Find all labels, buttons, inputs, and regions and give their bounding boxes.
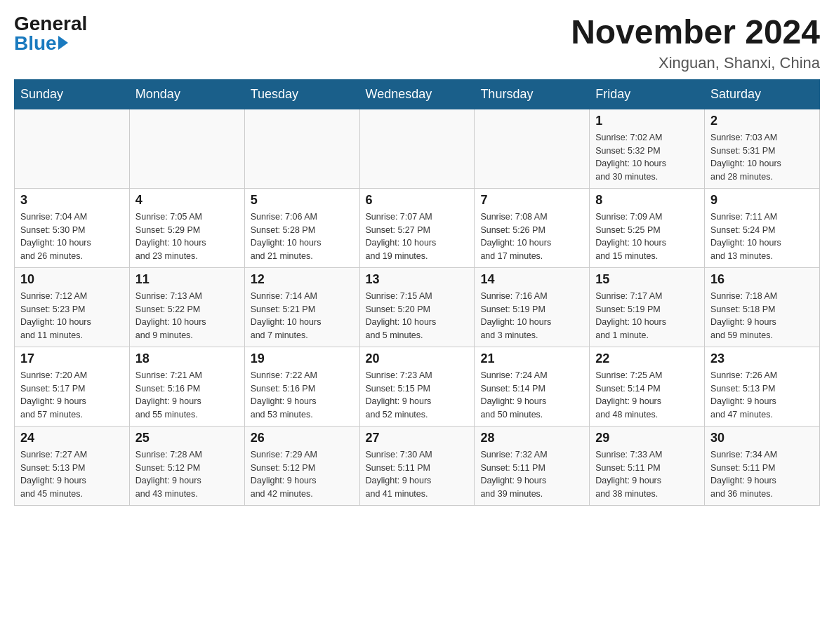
- logo-general-text: General: [14, 14, 87, 34]
- day-number: 9: [710, 193, 814, 208]
- calendar-cell: 3Sunrise: 7:04 AMSunset: 5:30 PMDaylight…: [15, 188, 130, 267]
- calendar-cell: 4Sunrise: 7:05 AMSunset: 5:29 PMDaylight…: [129, 188, 244, 267]
- day-number: 11: [135, 272, 239, 287]
- day-info: Sunrise: 7:15 AMSunset: 5:20 PMDaylight:…: [366, 290, 469, 342]
- day-number: 19: [251, 351, 354, 366]
- calendar-cell: 9Sunrise: 7:11 AMSunset: 5:24 PMDaylight…: [705, 188, 820, 267]
- logo: General Blue: [14, 14, 87, 53]
- day-info: Sunrise: 7:25 AMSunset: 5:14 PMDaylight:…: [595, 369, 699, 422]
- weekday-header-sunday: Sunday: [15, 79, 130, 109]
- logo-triangle-icon: [58, 36, 68, 50]
- day-number: 21: [480, 351, 583, 366]
- day-info: Sunrise: 7:23 AMSunset: 5:15 PMDaylight:…: [366, 369, 469, 422]
- day-number: 20: [366, 351, 469, 366]
- day-number: 8: [595, 193, 699, 208]
- calendar-cell: 15Sunrise: 7:17 AMSunset: 5:19 PMDayligh…: [590, 267, 705, 347]
- day-number: 29: [595, 431, 699, 445]
- calendar-cell: 26Sunrise: 7:29 AMSunset: 5:12 PMDayligh…: [244, 426, 359, 505]
- calendar-cell: [359, 109, 475, 188]
- day-info: Sunrise: 7:06 AMSunset: 5:28 PMDaylight:…: [251, 210, 354, 263]
- day-number: 15: [595, 272, 699, 287]
- day-number: 26: [251, 431, 354, 445]
- day-info: Sunrise: 7:26 AMSunset: 5:13 PMDaylight:…: [710, 369, 814, 422]
- day-number: 27: [366, 431, 469, 445]
- day-number: 18: [135, 351, 239, 366]
- calendar-cell: 27Sunrise: 7:30 AMSunset: 5:11 PMDayligh…: [359, 426, 475, 505]
- day-number: 23: [710, 351, 814, 366]
- day-number: 4: [135, 193, 239, 208]
- location-subtitle: Xinguan, Shanxi, China: [571, 54, 820, 72]
- calendar-cell: [244, 109, 359, 188]
- day-info: Sunrise: 7:12 AMSunset: 5:23 PMDaylight:…: [20, 290, 124, 342]
- calendar-cell: 5Sunrise: 7:06 AMSunset: 5:28 PMDaylight…: [244, 188, 359, 267]
- day-number: 16: [710, 272, 814, 287]
- day-info: Sunrise: 7:22 AMSunset: 5:16 PMDaylight:…: [251, 369, 354, 422]
- calendar-cell: 30Sunrise: 7:34 AMSunset: 5:11 PMDayligh…: [705, 426, 820, 505]
- calendar-cell: [15, 109, 130, 188]
- calendar-cell: 17Sunrise: 7:20 AMSunset: 5:17 PMDayligh…: [15, 347, 130, 426]
- day-info: Sunrise: 7:34 AMSunset: 5:11 PMDaylight:…: [710, 448, 814, 501]
- day-info: Sunrise: 7:08 AMSunset: 5:26 PMDaylight:…: [480, 210, 583, 263]
- calendar-cell: 10Sunrise: 7:12 AMSunset: 5:23 PMDayligh…: [15, 267, 130, 347]
- weekday-header-tuesday: Tuesday: [244, 79, 359, 109]
- day-number: 24: [20, 431, 124, 445]
- calendar-cell: 19Sunrise: 7:22 AMSunset: 5:16 PMDayligh…: [244, 347, 359, 426]
- day-number: 25: [135, 431, 239, 445]
- title-block: November 2024 Xinguan, Shanxi, China: [571, 14, 820, 72]
- day-info: Sunrise: 7:13 AMSunset: 5:22 PMDaylight:…: [135, 290, 239, 342]
- weekday-header-saturday: Saturday: [705, 79, 820, 109]
- day-number: 14: [480, 272, 583, 287]
- calendar-cell: 29Sunrise: 7:33 AMSunset: 5:11 PMDayligh…: [590, 426, 705, 505]
- weekday-header-thursday: Thursday: [475, 79, 590, 109]
- calendar-cell: 14Sunrise: 7:16 AMSunset: 5:19 PMDayligh…: [475, 267, 590, 347]
- day-info: Sunrise: 7:04 AMSunset: 5:30 PMDaylight:…: [20, 210, 124, 263]
- day-info: Sunrise: 7:28 AMSunset: 5:12 PMDaylight:…: [135, 448, 239, 501]
- day-info: Sunrise: 7:30 AMSunset: 5:11 PMDaylight:…: [366, 448, 469, 501]
- day-info: Sunrise: 7:03 AMSunset: 5:31 PMDaylight:…: [710, 131, 814, 184]
- day-number: 13: [366, 272, 469, 287]
- day-info: Sunrise: 7:20 AMSunset: 5:17 PMDaylight:…: [20, 369, 124, 422]
- day-number: 17: [20, 351, 124, 366]
- calendar-cell: [129, 109, 244, 188]
- day-info: Sunrise: 7:29 AMSunset: 5:12 PMDaylight:…: [251, 448, 354, 501]
- day-info: Sunrise: 7:05 AMSunset: 5:29 PMDaylight:…: [135, 210, 239, 263]
- calendar-cell: 21Sunrise: 7:24 AMSunset: 5:14 PMDayligh…: [475, 347, 590, 426]
- weekday-header-row: SundayMondayTuesdayWednesdayThursdayFrid…: [15, 79, 820, 109]
- calendar-cell: 18Sunrise: 7:21 AMSunset: 5:16 PMDayligh…: [129, 347, 244, 426]
- day-info: Sunrise: 7:16 AMSunset: 5:19 PMDaylight:…: [480, 290, 583, 342]
- calendar-cell: 1Sunrise: 7:02 AMSunset: 5:32 PMDaylight…: [590, 109, 705, 188]
- day-info: Sunrise: 7:18 AMSunset: 5:18 PMDaylight:…: [710, 290, 814, 342]
- day-info: Sunrise: 7:21 AMSunset: 5:16 PMDaylight:…: [135, 369, 239, 422]
- calendar-cell: 2Sunrise: 7:03 AMSunset: 5:31 PMDaylight…: [705, 109, 820, 188]
- day-number: 28: [480, 431, 583, 445]
- calendar-week-row: 3Sunrise: 7:04 AMSunset: 5:30 PMDaylight…: [15, 188, 820, 267]
- calendar-week-row: 24Sunrise: 7:27 AMSunset: 5:13 PMDayligh…: [15, 426, 820, 505]
- logo-blue-text: Blue: [14, 34, 68, 53]
- calendar-cell: 28Sunrise: 7:32 AMSunset: 5:11 PMDayligh…: [475, 426, 590, 505]
- calendar-cell: [475, 109, 590, 188]
- day-number: 22: [595, 351, 699, 366]
- day-info: Sunrise: 7:02 AMSunset: 5:32 PMDaylight:…: [595, 131, 699, 184]
- day-info: Sunrise: 7:17 AMSunset: 5:19 PMDaylight:…: [595, 290, 699, 342]
- day-info: Sunrise: 7:32 AMSunset: 5:11 PMDaylight:…: [480, 448, 583, 501]
- day-number: 6: [366, 193, 469, 208]
- calendar-week-row: 17Sunrise: 7:20 AMSunset: 5:17 PMDayligh…: [15, 347, 820, 426]
- day-info: Sunrise: 7:24 AMSunset: 5:14 PMDaylight:…: [480, 369, 583, 422]
- weekday-header-monday: Monday: [129, 79, 244, 109]
- calendar-cell: 24Sunrise: 7:27 AMSunset: 5:13 PMDayligh…: [15, 426, 130, 505]
- calendar-cell: 23Sunrise: 7:26 AMSunset: 5:13 PMDayligh…: [705, 347, 820, 426]
- calendar-cell: 6Sunrise: 7:07 AMSunset: 5:27 PMDaylight…: [359, 188, 475, 267]
- day-info: Sunrise: 7:11 AMSunset: 5:24 PMDaylight:…: [710, 210, 814, 263]
- day-number: 3: [20, 193, 124, 208]
- day-info: Sunrise: 7:07 AMSunset: 5:27 PMDaylight:…: [366, 210, 469, 263]
- calendar-cell: 7Sunrise: 7:08 AMSunset: 5:26 PMDaylight…: [475, 188, 590, 267]
- calendar-cell: 16Sunrise: 7:18 AMSunset: 5:18 PMDayligh…: [705, 267, 820, 347]
- calendar-cell: 13Sunrise: 7:15 AMSunset: 5:20 PMDayligh…: [359, 267, 475, 347]
- day-info: Sunrise: 7:09 AMSunset: 5:25 PMDaylight:…: [595, 210, 699, 263]
- calendar-table: SundayMondayTuesdayWednesdayThursdayFrid…: [14, 79, 820, 506]
- day-number: 1: [595, 114, 699, 128]
- day-number: 5: [251, 193, 354, 208]
- weekday-header-wednesday: Wednesday: [359, 79, 475, 109]
- day-number: 2: [710, 114, 814, 128]
- calendar-cell: 8Sunrise: 7:09 AMSunset: 5:25 PMDaylight…: [590, 188, 705, 267]
